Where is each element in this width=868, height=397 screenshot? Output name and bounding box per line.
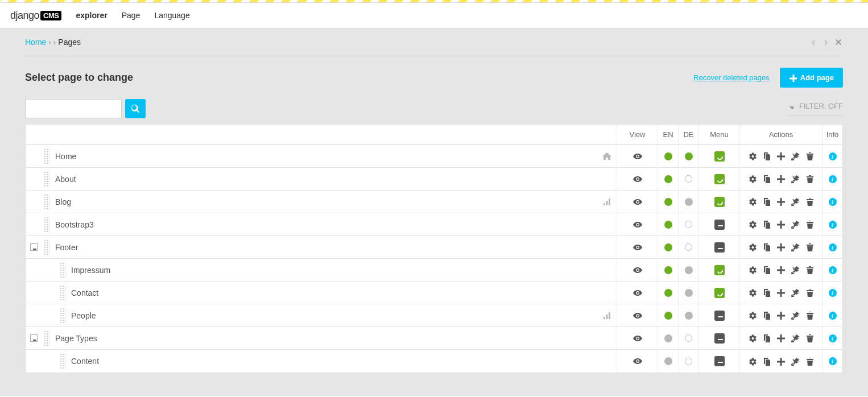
view-cell[interactable] [617, 350, 658, 373]
info-cell[interactable]: i [822, 168, 842, 190]
drag-handle[interactable] [60, 262, 65, 278]
settings-icon[interactable] [748, 334, 757, 342]
nav-next-icon[interactable] [821, 38, 828, 46]
drag-handle[interactable] [44, 239, 49, 255]
en-cell[interactable] [658, 350, 678, 373]
drag-handle[interactable] [44, 171, 49, 187]
view-cell[interactable] [617, 236, 658, 258]
trash-icon[interactable] [805, 334, 814, 342]
settings-icon[interactable] [748, 311, 757, 320]
en-cell[interactable] [658, 213, 678, 235]
en-cell[interactable] [658, 236, 678, 258]
settings-icon[interactable] [748, 152, 757, 160]
cut-icon[interactable] [791, 243, 800, 251]
settings-icon[interactable] [748, 175, 757, 183]
drag-handle[interactable] [44, 194, 49, 210]
page-title-cell[interactable]: Blog [52, 191, 617, 213]
menu-cell[interactable] [698, 327, 739, 349]
en-cell[interactable] [658, 168, 678, 190]
settings-icon[interactable] [748, 288, 757, 297]
cut-icon[interactable] [791, 175, 800, 183]
cut-icon[interactable] [791, 357, 800, 366]
toolbar-item-page[interactable]: Page [122, 11, 140, 20]
trash-icon[interactable] [805, 311, 814, 320]
cut-icon[interactable] [791, 152, 800, 160]
copy-icon[interactable] [762, 152, 771, 160]
copy-icon[interactable] [762, 357, 771, 366]
trash-icon[interactable] [805, 243, 814, 251]
en-cell[interactable] [658, 304, 678, 326]
copy-icon[interactable] [762, 288, 771, 297]
add-icon[interactable] [776, 175, 785, 183]
view-cell[interactable] [617, 259, 658, 281]
de-cell[interactable] [678, 191, 698, 213]
trash-icon[interactable] [805, 175, 814, 183]
add-icon[interactable] [776, 152, 785, 160]
close-icon[interactable] [834, 38, 843, 47]
settings-icon[interactable] [748, 357, 757, 366]
menu-cell[interactable] [698, 236, 739, 258]
de-cell[interactable] [678, 145, 698, 167]
cut-icon[interactable] [791, 197, 800, 206]
page-title-cell[interactable]: Contact [68, 282, 617, 304]
en-cell[interactable] [658, 145, 678, 167]
de-cell[interactable] [678, 236, 698, 258]
menu-cell[interactable] [698, 304, 739, 326]
trash-icon[interactable] [805, 152, 814, 160]
search-button[interactable] [125, 99, 146, 118]
trash-icon[interactable] [805, 197, 814, 206]
page-title-cell[interactable]: Footer [52, 236, 617, 258]
drag-handle[interactable] [60, 308, 65, 324]
cut-icon[interactable] [791, 266, 800, 274]
cut-icon[interactable] [791, 288, 800, 297]
de-cell[interactable] [678, 304, 698, 326]
toolbar-item-language[interactable]: Language [154, 11, 189, 20]
de-cell[interactable] [678, 168, 698, 190]
trash-icon[interactable] [805, 220, 814, 229]
view-cell[interactable] [617, 304, 658, 326]
menu-cell[interactable] [698, 191, 739, 213]
en-cell[interactable] [658, 282, 678, 304]
breadcrumb-home[interactable]: Home [25, 38, 46, 47]
cut-icon[interactable] [791, 334, 800, 342]
copy-icon[interactable] [762, 175, 771, 183]
de-cell[interactable] [678, 259, 698, 281]
settings-icon[interactable] [748, 243, 757, 251]
add-icon[interactable] [776, 357, 785, 366]
page-title-cell[interactable]: Home [52, 145, 617, 167]
filter-toggle[interactable]: FILTER: OFF [788, 102, 843, 115]
add-icon[interactable] [776, 220, 785, 229]
menu-cell[interactable] [698, 213, 739, 235]
menu-cell[interactable] [698, 282, 739, 304]
add-icon[interactable] [776, 288, 785, 297]
page-title-cell[interactable]: Content [68, 350, 617, 373]
info-cell[interactable]: i [822, 282, 842, 304]
drag-handle[interactable] [44, 148, 49, 164]
info-cell[interactable]: i [822, 145, 842, 167]
nav-prev-icon[interactable] [809, 38, 816, 46]
collapse-button[interactable] [30, 334, 38, 342]
info-cell[interactable]: i [822, 350, 842, 373]
settings-icon[interactable] [748, 220, 757, 229]
trash-icon[interactable] [805, 266, 814, 274]
copy-icon[interactable] [762, 220, 771, 229]
page-title-cell[interactable]: Page Types [52, 327, 617, 349]
info-cell[interactable]: i [822, 327, 842, 349]
page-title-cell[interactable]: Bootstrap3 [52, 213, 617, 235]
search-input[interactable] [25, 99, 122, 118]
en-cell[interactable] [658, 191, 678, 213]
page-title-cell[interactable]: Impressum [68, 259, 617, 281]
en-cell[interactable] [658, 259, 678, 281]
page-title-cell[interactable]: About [52, 168, 617, 190]
info-cell[interactable]: i [822, 304, 842, 326]
settings-icon[interactable] [748, 266, 757, 274]
page-title-cell[interactable]: People [68, 304, 617, 326]
de-cell[interactable] [678, 213, 698, 235]
add-page-button[interactable]: Add page [780, 68, 843, 88]
drag-handle[interactable] [60, 285, 65, 301]
menu-cell[interactable] [698, 145, 739, 167]
info-cell[interactable]: i [822, 191, 842, 213]
add-icon[interactable] [776, 243, 785, 251]
copy-icon[interactable] [762, 311, 771, 320]
drag-handle[interactable] [44, 217, 49, 233]
